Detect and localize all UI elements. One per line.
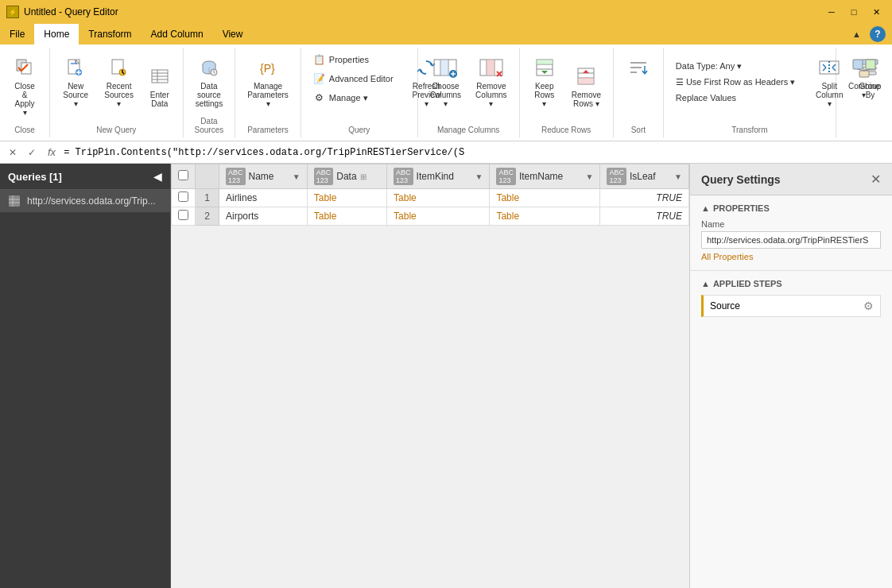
manage-button[interactable]: ⚙ Manage ▾ xyxy=(308,89,399,106)
replace-values-button[interactable]: Replace Values xyxy=(670,91,801,105)
row-check-1[interactable] xyxy=(172,207,196,226)
ribbon-group-combine-label xyxy=(843,131,886,134)
steps-list: Source ⚙ xyxy=(701,295,881,317)
data-source-settings-button[interactable]: Data source settings xyxy=(190,51,228,112)
ribbon-group-manage-columns: Choose Columns ▾ Remove Columns ▾ xyxy=(418,48,520,137)
recent-sources-icon xyxy=(107,55,132,80)
advanced-editor-button[interactable]: 📝 Advanced Editor xyxy=(308,70,399,87)
col-isleaf-dropdown[interactable]: ▼ xyxy=(674,172,682,181)
row-checkbox-1[interactable] xyxy=(178,210,188,220)
sidebar: Queries [1] ◀ http://services.odata.org/… xyxy=(0,164,171,588)
row-check-0[interactable] xyxy=(172,189,196,207)
new-source-icon xyxy=(63,55,88,80)
close-button[interactable]: ✕ xyxy=(867,4,886,20)
data-grid[interactable]: ABC123 Name ▼ ABC123 Data ⊞ xyxy=(171,164,689,588)
col-name-dropdown[interactable]: ▼ xyxy=(293,172,301,181)
ribbon-group-transform: Data Type: Any ▾ ☰ Use First Row as Head… xyxy=(664,48,836,137)
remove-columns-button[interactable]: Remove Columns ▾ xyxy=(470,51,512,112)
sidebar-collapse-button[interactable]: ◀ xyxy=(153,170,162,183)
col-row-num xyxy=(196,164,219,189)
menu-view[interactable]: View xyxy=(213,24,253,44)
step-item-source[interactable]: Source ⚙ xyxy=(701,295,881,317)
col-itemkind-dropdown[interactable]: ▼ xyxy=(475,172,483,181)
col-name[interactable]: ABC123 Name ▼ xyxy=(219,164,308,189)
keep-rows-button[interactable]: Keep Rows ▾ xyxy=(526,51,563,112)
col-data-type: ABC123 xyxy=(314,168,334,185)
choose-columns-icon xyxy=(432,55,458,80)
title-bar: ⚡ Untitled - Query Editor ─ □ ✕ xyxy=(0,0,892,24)
close-apply-icon xyxy=(12,55,37,80)
new-source-button[interactable]: New Source ▾ xyxy=(56,51,95,112)
manage-parameters-icon: {P} xyxy=(255,55,281,80)
qs-applied-steps-chevron: ▲ xyxy=(701,279,710,288)
menu-file[interactable]: File xyxy=(0,24,34,44)
remove-columns-icon xyxy=(479,55,504,80)
manage-parameters-button[interactable]: {P} Manage Parameters ▾ xyxy=(242,51,294,112)
sidebar-header: Queries [1] ◀ xyxy=(0,164,170,190)
row-name-1: Airports xyxy=(219,207,308,226)
sidebar-title: Queries [1] xyxy=(8,171,62,183)
properties-icon: 📋 xyxy=(313,53,326,66)
col-itemkind[interactable]: ABC123 ItemKind ▼ xyxy=(387,164,490,189)
close-apply-button[interactable]: Close & Apply ▾ xyxy=(6,51,43,121)
qs-name-input[interactable] xyxy=(701,231,881,249)
remove-rows-button[interactable]: Remove Rows ▾ xyxy=(566,60,607,112)
data-type-button[interactable]: Data Type: Any ▾ xyxy=(670,59,801,74)
select-all-checkbox[interactable] xyxy=(178,170,188,180)
enter-data-button[interactable]: Enter Data xyxy=(143,60,176,112)
combine-button[interactable]: Combine ▾ xyxy=(843,51,886,103)
formula-input[interactable] xyxy=(64,147,887,158)
qs-close-button[interactable]: ✕ xyxy=(871,172,881,187)
col-itemkind-type: ABC123 xyxy=(394,168,413,185)
menu-transform[interactable]: Transform xyxy=(79,24,141,44)
ribbon-collapse-button[interactable]: ▲ xyxy=(847,27,867,41)
row-name-0: Airlines xyxy=(219,189,308,207)
qs-properties-title: ▲ PROPERTIES xyxy=(701,203,881,213)
qs-all-properties-link[interactable]: All Properties xyxy=(701,252,753,261)
recent-sources-button[interactable]: Recent Sources ▾ xyxy=(98,51,140,112)
sidebar-item-label-0: http://services.odata.org/Trip... xyxy=(27,195,156,207)
data-area: ABC123 Name ▼ ABC123 Data ⊞ xyxy=(171,164,689,588)
ribbon-group-data-sources-label: Data Sources xyxy=(190,114,228,134)
col-itemname-type: ABC123 xyxy=(496,168,516,185)
table-row[interactable]: 2 Airports Table Table Table TRUE xyxy=(172,207,689,226)
sidebar-item-0[interactable]: http://services.odata.org/Trip... xyxy=(0,190,170,212)
use-first-row-button[interactable]: ☰ Use First Row as Headers ▾ xyxy=(670,75,801,90)
properties-button[interactable]: 📋 Properties xyxy=(308,51,399,68)
col-check[interactable] xyxy=(172,164,196,189)
table-row[interactable]: 1 Airlines Table Table Table TRUE xyxy=(172,189,689,207)
query-table-icon xyxy=(8,195,21,207)
formula-confirm-button[interactable]: ✓ xyxy=(24,145,40,161)
svg-rect-39 xyxy=(578,78,594,84)
ribbon-group-data-sources: Data source settings Data Sources xyxy=(184,48,235,137)
ribbon: Close & Apply ▾ Close xyxy=(0,44,892,141)
menu-home[interactable]: Home xyxy=(34,24,79,44)
formula-cancel-button[interactable]: ✕ xyxy=(5,145,21,161)
qs-properties-section: ▲ PROPERTIES Name All Properties xyxy=(690,195,892,271)
row-itemkind-1: Table xyxy=(387,207,490,226)
qs-header: Query Settings ✕ xyxy=(690,164,892,195)
col-isleaf[interactable]: ABC123 IsLeaf ▼ xyxy=(600,164,689,189)
col-itemname[interactable]: ABC123 ItemName ▼ xyxy=(490,164,600,189)
sort-button[interactable] xyxy=(620,51,657,86)
menu-add-column[interactable]: Add Column xyxy=(142,24,213,44)
ribbon-group-combine: Combine ▾ xyxy=(836,48,892,137)
maximize-button[interactable]: □ xyxy=(844,4,863,20)
col-itemname-dropdown[interactable]: ▼ xyxy=(586,172,594,181)
window-title: Untitled - Query Editor xyxy=(24,6,118,17)
help-button[interactable]: ? xyxy=(870,26,886,42)
window-controls: ─ □ ✕ xyxy=(822,4,886,20)
app-icon: ⚡ xyxy=(6,6,19,18)
row-num-0: 1 xyxy=(196,189,219,207)
step-gear-source[interactable]: ⚙ xyxy=(863,300,874,312)
row-itemname-1: Table xyxy=(490,207,600,226)
row-itemkind-0: Table xyxy=(387,189,490,207)
minimize-button[interactable]: ─ xyxy=(822,4,841,20)
col-data[interactable]: ABC123 Data ⊞ xyxy=(307,164,386,189)
svg-rect-50 xyxy=(859,71,869,77)
choose-columns-button[interactable]: Choose Columns ▾ xyxy=(425,51,467,112)
combine-icon xyxy=(851,55,877,80)
col-data-expand[interactable]: ⊞ xyxy=(360,172,366,181)
qs-name-label: Name xyxy=(701,219,881,229)
row-checkbox-0[interactable] xyxy=(178,191,188,202)
